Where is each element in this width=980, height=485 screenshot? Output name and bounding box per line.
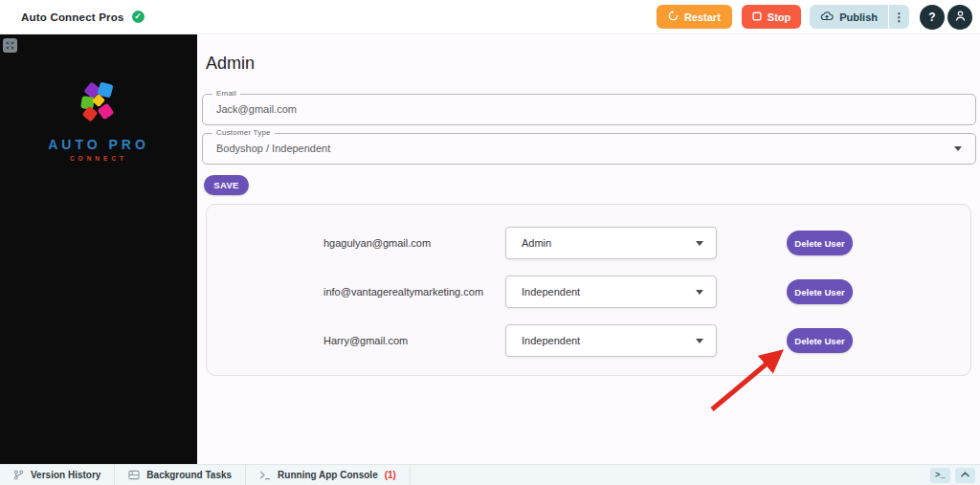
customer-type-select[interactable]: Customer Type Bodyshop / Independent (202, 133, 976, 165)
screen: Auto Connect Pros ✓ Restart Stop (0, 0, 980, 485)
stop-label: Stop (768, 11, 791, 23)
publish-button-group: Publish ⋮ (810, 5, 909, 29)
user-role-value: Independent (522, 276, 580, 307)
delete-user-button[interactable]: Delete User (787, 279, 853, 304)
user-email: info@vantagerealtymarketing.com (323, 276, 483, 308)
autopro-logo: AUTO PRO CONNECT (0, 81, 197, 162)
publish-label: Publish (839, 11, 878, 23)
expand-button[interactable] (3, 38, 17, 53)
git-branch-icon (13, 467, 24, 484)
save-button[interactable]: SAVE (204, 175, 249, 195)
user-row: info@vantagerealtymarketing.com Independ… (207, 276, 972, 308)
publish-menu-button[interactable]: ⋮ (888, 5, 909, 29)
help-button[interactable]: ? (920, 5, 945, 30)
tab-version-history[interactable]: Version History (0, 465, 115, 485)
expand-icon (6, 38, 14, 53)
chevron-down-icon (696, 241, 703, 246)
stop-icon (752, 11, 762, 23)
tab-running-app-console[interactable]: Running App Console (1) (246, 465, 411, 485)
check-badge-icon: ✓ (132, 11, 145, 23)
tab-background-tasks[interactable]: Background Tasks (115, 465, 246, 485)
header-left: Auto Connect Pros ✓ (21, 11, 145, 23)
tasks-icon (128, 467, 140, 484)
user-role-select[interactable]: Independent (505, 324, 717, 357)
delete-user-button[interactable]: Delete User (787, 231, 853, 255)
user-email: Harry@gmail.com (323, 324, 408, 357)
profile-button[interactable] (947, 5, 972, 30)
app-canvas-dark: AUTO PRO CONNECT (0, 34, 197, 464)
email-field[interactable]: Email Jack@gmail.com (202, 94, 976, 125)
ide-bottombar: Version History Background Tasks Running… (0, 464, 980, 485)
app-name: Auto Connect Pros (21, 11, 124, 23)
chevron-down-icon (696, 290, 703, 295)
delete-user-button[interactable]: Delete User (787, 328, 853, 353)
workspace: AUTO PRO CONNECT Admin Email Jack@gmail.… (0, 34, 980, 464)
tab-label: Running App Console (278, 470, 378, 480)
user-email: hgagulyan@gmail.com (323, 227, 431, 259)
customer-type-value: Bodyshop / Independent (216, 134, 330, 164)
kebab-icon: ⋮ (894, 11, 905, 24)
user-row: hgagulyan@gmail.com Admin Delete User (207, 227, 972, 259)
collapse-icon (961, 471, 969, 480)
restart-label: Restart (684, 11, 721, 23)
ide-header: Auto Connect Pros ✓ Restart Stop (0, 0, 980, 34)
chevron-down-icon (696, 339, 703, 343)
collapse-panel-button[interactable] (955, 468, 975, 483)
app-page: Admin Email Jack@gmail.com Customer Type… (197, 34, 980, 464)
user-row: Harry@gmail.com Independent Delete User (207, 324, 972, 357)
email-field-value: Jack@gmail.com (216, 95, 297, 124)
cloud-upload-icon (820, 11, 834, 23)
user-role-select[interactable]: Admin (505, 227, 717, 259)
user-role-value: Independent (522, 325, 580, 356)
publish-button[interactable]: Publish (810, 5, 888, 29)
restart-icon (668, 11, 679, 23)
chevron-down-icon (954, 146, 962, 151)
page-title: Admin (206, 54, 255, 74)
user-role-value: Admin (522, 228, 551, 258)
tab-label: Background Tasks (146, 470, 232, 480)
terminal-icon: >_ (935, 471, 946, 480)
help-icon: ? (928, 11, 935, 24)
terminal-icon (259, 467, 271, 484)
open-terminal-button[interactable]: >_ (930, 468, 950, 483)
logo-text-line1: AUTO PRO (48, 137, 149, 152)
users-card: hgagulyan@gmail.com Admin Delete User in… (206, 204, 971, 376)
logo-text-line2: CONNECT (70, 155, 127, 162)
header-right: Restart Stop Publish ⋮ (657, 5, 972, 30)
tab-label: Version History (31, 470, 100, 480)
restart-button[interactable]: Restart (657, 5, 732, 29)
console-badge: (1) (385, 470, 396, 480)
autopro-logo-mark (78, 81, 119, 129)
user-role-select[interactable]: Independent (505, 276, 717, 308)
stop-button[interactable]: Stop (742, 5, 801, 29)
profile-icon (954, 10, 967, 25)
